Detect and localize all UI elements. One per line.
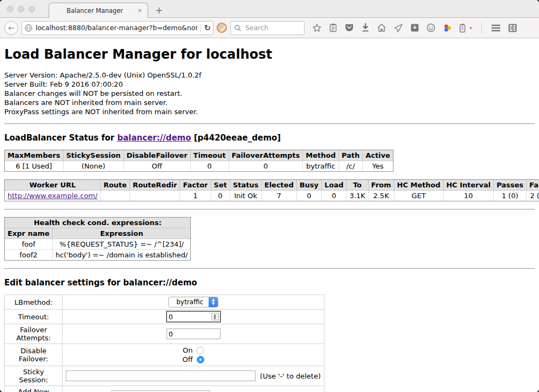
bookmarks-grid-icon[interactable] (508, 23, 517, 33)
health-caption-row: Health check cond. expressions: (5, 218, 191, 228)
expr-name-foof2: foof2 (5, 250, 53, 261)
col-set: Set (211, 180, 230, 191)
star-icon[interactable] (312, 23, 322, 33)
number-spinner-icon[interactable]: ▲▼ (211, 313, 219, 320)
val-fails: 2 (0) (527, 191, 539, 201)
search-bar[interactable] (230, 21, 305, 35)
add-worker-label: Add New Worker: (5, 386, 63, 392)
col-from: From (368, 180, 394, 191)
battery-icon[interactable] (459, 23, 466, 33)
close-window-button[interactable] (7, 6, 13, 12)
balancer-link[interactable]: balancer://demo (117, 133, 191, 143)
val-status: Init Ok (230, 191, 261, 201)
col-load: Load (322, 180, 347, 191)
lbmethod-row: LBmethod: bytraffic ▲▼ (5, 295, 324, 310)
val-maxmembers: 6 [1 Used] (5, 161, 64, 172)
expression-foof: %{REQUEST_STATUS} =~ /^[234]/ (52, 239, 191, 250)
val-active: Yes (363, 161, 393, 172)
divider (4, 209, 535, 210)
val-method: bytraffic (303, 161, 338, 172)
new-tab-button[interactable]: + (155, 5, 163, 16)
block-icon[interactable] (217, 23, 227, 33)
panel-download-icon[interactable] (410, 23, 419, 32)
navigation-toolbar: ← localhost:8880/balancer-manager?b=demo… (0, 18, 539, 38)
clipboard-icon[interactable] (329, 23, 337, 33)
val-path: /c/ (338, 161, 362, 172)
download-icon[interactable] (361, 23, 370, 32)
health-caption: Health check cond. expressions: (5, 218, 191, 228)
val-passes: 1 (0) (494, 191, 527, 201)
col-fails: Fails (527, 180, 539, 191)
col-status: Status (230, 180, 261, 191)
page-title: Load Balancer Manager for localhost (4, 47, 535, 62)
worker-table: Worker URL Route RouteRedir Factor Set S… (4, 179, 539, 201)
search-icon (234, 24, 241, 32)
dropdown-caret-icon[interactable]: ▾ (469, 25, 472, 31)
sticky-session-row: Sticky Session: (Use '-' to delete) (5, 366, 324, 386)
url-text[interactable]: localhost:8880/balancer-manager?b=demo&n… (36, 24, 198, 32)
table-header-row: Worker URL Route RouteRedir Factor Set S… (5, 180, 539, 191)
worker-url-link[interactable]: http://www.example.com/ (8, 192, 98, 200)
zoom-window-button[interactable] (29, 6, 35, 12)
toolbar-icons: ▾ (312, 23, 517, 33)
tab-title: Balancer Manager (53, 7, 136, 15)
url-bar[interactable]: localhost:8880/balancer-manager?b=demo&n… (22, 21, 213, 35)
back-icon: ← (8, 23, 15, 33)
color-dots-icon[interactable] (443, 23, 452, 33)
col-worker-url: Worker URL (5, 180, 101, 191)
disable-failover-label: Disable Failover: (5, 344, 63, 366)
reload-icon[interactable]: ↻ (204, 23, 211, 33)
val-busy: 0 (296, 191, 321, 201)
col-stickysession: StickySession (63, 150, 123, 161)
col-to: To (347, 180, 368, 191)
radio-on-label: On (183, 346, 192, 354)
search-input[interactable] (244, 23, 301, 32)
radio-on[interactable] (196, 347, 204, 354)
radio-off[interactable] (197, 356, 204, 363)
worker-row: http://www.example.com/ 1 0 Init Ok 7 0 … (5, 191, 539, 201)
minimize-window-button[interactable] (18, 6, 24, 12)
col-passes: Passes (494, 180, 527, 191)
val-to: 3.1K (347, 191, 368, 201)
col-expression: Expression (52, 228, 191, 239)
edit-settings-heading: Edit balancer settings for balancer://de… (4, 278, 535, 288)
val-failoverattempts: 0 (229, 161, 303, 172)
menu-icon[interactable] (491, 24, 501, 32)
col-busy: Busy (296, 180, 321, 191)
send-icon[interactable] (393, 24, 403, 32)
tab-close-icon[interactable]: × (136, 7, 143, 14)
select-stepper-icon: ▲▼ (209, 297, 218, 307)
col-failoverattempts: FailoverAttempts (229, 150, 303, 161)
col-route: Route (100, 180, 129, 191)
sticky-session-hint: (Use '-' to delete) (260, 372, 321, 380)
col-factor: Factor (180, 180, 211, 191)
health-row: foof %{REQUEST_STATUS} =~ /^[234]/ (5, 239, 191, 250)
window-controls[interactable] (7, 6, 35, 12)
disable-failover-row: Disable Failover: On Off (5, 344, 324, 366)
health-row: foof2 hc('body') =~ /domain is establish… (5, 250, 191, 261)
table-header-row: Expr name Expression (5, 228, 191, 239)
lbmethod-label: LBmethod: (5, 295, 63, 310)
table-row: 6 [1 Used] (None) Off 0 0 bytraffic /c/ … (5, 161, 393, 172)
lbmethod-select[interactable]: bytraffic ▲▼ (168, 297, 218, 307)
col-method: Method (303, 150, 338, 161)
sticky-session-input[interactable] (66, 370, 255, 381)
home-icon[interactable] (377, 23, 386, 32)
page-content: Load Balancer Manager for localhost Serv… (0, 38, 539, 392)
smiley-icon[interactable] (426, 23, 436, 32)
url-divider (201, 24, 201, 32)
lbmethod-selected-value: bytraffic (169, 298, 209, 306)
failover-attempts-input[interactable] (167, 328, 220, 339)
balancer-status-table: MaxMembers StickySession DisableFailover… (4, 150, 393, 172)
tab-balancer-manager[interactable]: Balancer Manager × (49, 3, 148, 18)
val-factor: 1 (180, 191, 211, 201)
back-button[interactable]: ← (4, 21, 18, 35)
timeout-row: Timeout: ▲▼ (5, 310, 324, 324)
col-routeredir: RouteRedir (130, 180, 180, 191)
persist-notice: Balancer changes will NOT be persisted o… (4, 89, 535, 98)
pocket-icon[interactable] (344, 23, 354, 32)
status-heading-suffix: [p4420eeae_demo] (191, 133, 281, 143)
col-expr-name: Expr name (5, 228, 53, 239)
val-hc-method: GET (394, 191, 443, 201)
col-path: Path (338, 150, 362, 161)
